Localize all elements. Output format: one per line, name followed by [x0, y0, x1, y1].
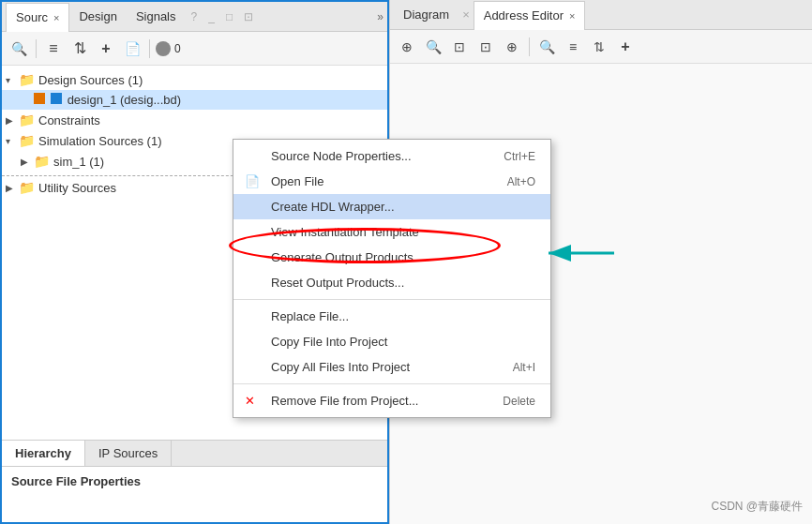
menu-create-hdl-label: Create HDL Wrapper... — [271, 200, 395, 214]
tab-diagram-label: Diagram — [403, 7, 449, 22]
right-add-button[interactable]: + — [614, 36, 637, 58]
context-menu: Source Node Properties... Ctrl+E 📄 Open … — [233, 139, 551, 418]
menu-gen-output-label: Generate Output Products... — [271, 250, 424, 264]
arrow-utility: ▶ — [6, 183, 19, 193]
menu-generate-output[interactable]: Generate Output Products... — [233, 245, 550, 270]
menu-open-file-label: Open File — [271, 174, 323, 188]
folder-icon-sim: 📁 — [19, 133, 35, 148]
menu-copy-all-files: Copy All Files Into Project Alt+I — [233, 354, 550, 380]
orange-square-icon — [34, 93, 45, 104]
file-button[interactable]: 📄 — [121, 37, 143, 60]
tab-separator-pop[interactable]: ⊡ — [238, 10, 259, 23]
tab-diagram[interactable]: Diagram — [394, 0, 459, 29]
menu-create-hdl-wrapper[interactable]: Create HDL Wrapper... — [233, 194, 550, 219]
right-toolbar-sep — [529, 37, 530, 56]
sim-sources-label: Simulation Sources (1) — [38, 134, 162, 148]
menu-remove-label: Remove File from Project... — [271, 394, 419, 408]
menu-source-node-shortcut: Ctrl+E — [504, 150, 535, 163]
menu-remove-shortcut: Delete — [503, 395, 535, 408]
arrow-sim1: ▶ — [21, 157, 34, 167]
tab-sources-close[interactable]: × — [53, 12, 59, 23]
folder-icon-utility: 📁 — [19, 180, 35, 195]
tab-separator-max[interactable]: □ — [220, 10, 238, 23]
tab-hierarchy[interactable]: Hierarchy — [2, 441, 85, 466]
tab-ip-sources[interactable]: IP Sources — [85, 441, 172, 466]
right-tab-bar: Diagram × Address Editor × — [390, 0, 812, 30]
menu-view-inst-label: View Instantiation Template — [271, 225, 419, 239]
search-button[interactable]: 🔍 — [8, 37, 30, 60]
right-search-button[interactable]: 🔍 — [535, 36, 558, 58]
folder-icon-sim1: 📁 — [34, 154, 50, 169]
left-tab-bar: Sourc × Design Signals ? _ □ ⊡ » — [2, 2, 387, 32]
menu-copy-all-shortcut: Alt+I — [513, 361, 535, 374]
menu-view-instantiation[interactable]: View Instantiation Template — [233, 219, 550, 245]
tab-signals[interactable]: Signals — [127, 2, 186, 31]
folder-icon-constraints: 📁 — [19, 112, 35, 127]
design1-icon — [34, 93, 64, 107]
add-button[interactable]: + — [95, 37, 117, 60]
design-sources-label: Design Sources (1) — [38, 73, 143, 87]
menu-reset-output-label: Reset Output Products... — [271, 276, 404, 290]
constraints-label: Constraints — [38, 113, 100, 127]
arrow-design-sources: ▾ — [6, 75, 19, 85]
zoom-search-button[interactable]: 🔍 — [422, 36, 444, 58]
toolbar-sep-2 — [149, 39, 150, 58]
menu-copy-file: Copy File Into Project — [233, 329, 550, 354]
menu-replace-label: Replace File... — [271, 309, 349, 323]
toolbar-count: 0 — [174, 42, 181, 55]
zoom-in-button[interactable]: ⊕ — [396, 36, 418, 58]
arrow-constraints: ▶ — [6, 115, 19, 126]
menu-source-node-label: Source Node Properties... — [271, 149, 412, 163]
menu-sep-1 — [233, 299, 550, 300]
tree-design1[interactable]: design_1 (desig...bd) — [2, 90, 387, 110]
folder-icon-design: 📁 — [19, 72, 35, 87]
menu-reset-output[interactable]: Reset Output Products... — [233, 270, 550, 295]
fit-button[interactable]: ⊡ — [448, 36, 471, 58]
watermark: CSDN @青藤硬件 — [711, 499, 803, 515]
utility-sources-label: Utility Sources — [38, 181, 116, 195]
tab-signals-label: Signals — [136, 9, 176, 23]
menu-open-file[interactable]: 📄 Open File Alt+O — [233, 169, 550, 194]
tab-design-label: Design — [79, 9, 116, 23]
tab-sources-label: Sourc — [16, 10, 48, 24]
status-circle — [156, 41, 171, 56]
right-toolbar: ⊕ 🔍 ⊡ ⊡ ⊕ 🔍 ≡ ⇅ + — [390, 30, 812, 64]
remove-file-icon: ✕ — [245, 394, 255, 408]
menu-replace-file: Replace File... — [233, 304, 550, 329]
tab-separator-q: ? — [186, 10, 203, 23]
right-sort-button[interactable]: ⇅ — [588, 36, 610, 58]
design1-label: design_1 (desig...bd) — [68, 93, 181, 107]
sort-button[interactable]: ⇅ — [68, 37, 91, 60]
tree-constraints[interactable]: ▶ 📁 Constraints — [2, 110, 387, 130]
arrow-sim-sources: ▾ — [6, 136, 19, 146]
source-file-properties: Source File Properties — [2, 466, 387, 522]
tab-right-sep: × — [459, 7, 474, 22]
tree-design-sources[interactable]: ▾ 📁 Design Sources (1) — [2, 69, 387, 90]
tab-separator-min[interactable]: _ — [203, 10, 220, 23]
tab-sources[interactable]: Sourc × — [6, 3, 69, 32]
tab-more[interactable]: » — [377, 10, 383, 23]
fit2-button[interactable]: ⊡ — [474, 36, 497, 58]
toolbar-sep-1 — [36, 39, 37, 58]
blue-square-icon — [51, 93, 62, 104]
menu-copy-all-label: Copy All Files Into Project — [271, 360, 410, 374]
source-props-title: Source File Properties — [11, 474, 378, 488]
filter-button[interactable]: ≡ — [42, 37, 65, 60]
right-filter-button[interactable]: ≡ — [562, 36, 584, 58]
left-toolbar: 🔍 ≡ ⇅ + 📄 0 — [2, 32, 387, 66]
target-button[interactable]: ⊕ — [501, 36, 523, 58]
tab-design[interactable]: Design — [69, 2, 126, 31]
menu-open-file-shortcut: Alt+O — [507, 175, 535, 188]
menu-source-node-props[interactable]: Source Node Properties... Ctrl+E — [233, 143, 550, 169]
sim1-label: sim_1 (1) — [53, 155, 104, 169]
bottom-tabs: Hierarchy IP Sources — [2, 440, 387, 466]
tab-address-label: Address Editor — [484, 8, 564, 22]
menu-sep-2 — [233, 383, 550, 384]
menu-remove-file[interactable]: ✕ Remove File from Project... Delete — [233, 388, 550, 413]
tab-address-close[interactable]: × — [569, 10, 575, 22]
tab-address-editor[interactable]: Address Editor × — [474, 1, 586, 30]
menu-copy-file-label: Copy File Into Project — [271, 335, 387, 349]
open-file-icon: 📄 — [245, 174, 260, 188]
